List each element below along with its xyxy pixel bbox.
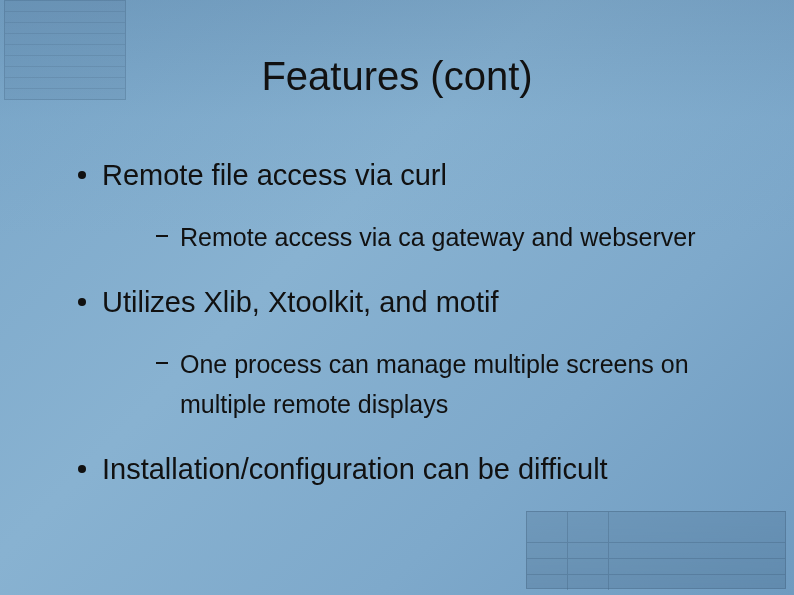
bullet-text: Remote file access via curl	[102, 159, 447, 191]
bullet-text: Installation/configuration can be diffic…	[102, 453, 608, 485]
background-title-block	[526, 511, 786, 589]
bullet-utilizes-xlib: Utilizes Xlib, Xtoolkit, and motif One p…	[72, 283, 764, 424]
slide: Features (cont) Remote file access via c…	[0, 0, 794, 595]
slide-body: Remote file access via curl Remote acces…	[72, 140, 764, 507]
bullet-text: Utilizes Xlib, Xtoolkit, and motif	[102, 286, 498, 318]
bullet-remote-file-access: Remote file access via curl Remote acces…	[72, 156, 764, 257]
slide-title: Features (cont)	[0, 54, 794, 99]
subbullet-text: Remote access via ca gateway and webserv…	[180, 223, 696, 251]
subbullet-text: One process can manage multiple screens …	[180, 350, 689, 418]
subbullet-one-process: One process can manage multiple screens …	[152, 344, 764, 424]
subbullet-remote-access-gateway: Remote access via ca gateway and webserv…	[152, 217, 764, 257]
bullet-installation-difficult: Installation/configuration can be diffic…	[72, 450, 764, 489]
